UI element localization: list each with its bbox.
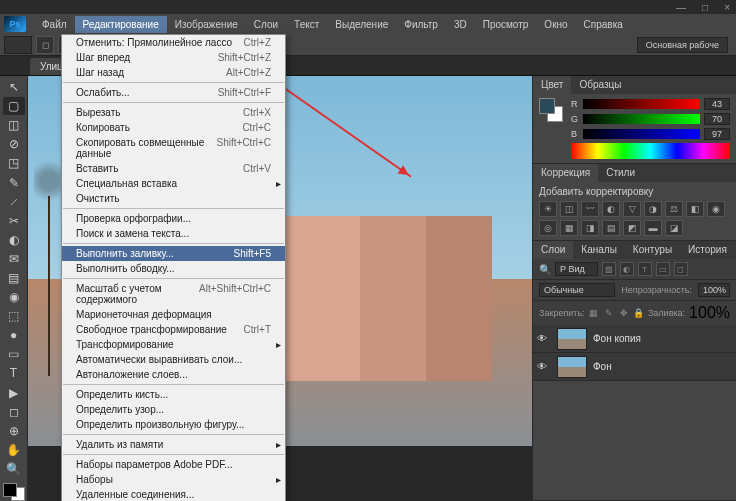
menu-item[interactable]: Определить кисть... bbox=[62, 387, 285, 402]
menu-item[interactable]: Удаленные соединения... bbox=[62, 487, 285, 501]
menu-item[interactable]: Марионеточная деформация bbox=[62, 307, 285, 322]
tool-10[interactable]: ▤ bbox=[3, 269, 25, 287]
tool-7[interactable]: ✂ bbox=[3, 212, 25, 230]
tool-15[interactable]: T bbox=[3, 364, 25, 382]
adj-invert-icon[interactable]: ◨ bbox=[581, 220, 599, 236]
tool-18[interactable]: ⊕ bbox=[3, 422, 25, 440]
color-swatches[interactable] bbox=[3, 483, 25, 501]
value-g[interactable]: 70 bbox=[704, 113, 730, 125]
menu-item[interactable]: Автоматически выравнивать слои... bbox=[62, 352, 285, 367]
tab-history[interactable]: История bbox=[680, 241, 735, 259]
adj-gradmap-icon[interactable]: ▬ bbox=[644, 220, 662, 236]
adj-bw-icon[interactable]: ◧ bbox=[686, 201, 704, 217]
tab-swatches[interactable]: Образцы bbox=[571, 76, 629, 94]
adj-levels-icon[interactable]: ◫ bbox=[560, 201, 578, 217]
visibility-icon[interactable]: 👁 bbox=[537, 333, 551, 344]
menu-item[interactable]: Автоналожение слоев... bbox=[62, 367, 285, 382]
menu-item[interactable]: Очистить bbox=[62, 191, 285, 206]
adj-hue-icon[interactable]: ◑ bbox=[644, 201, 662, 217]
visibility-icon[interactable]: 👁 bbox=[537, 361, 551, 372]
adj-threshold-icon[interactable]: ◩ bbox=[623, 220, 641, 236]
tool-3[interactable]: ⊘ bbox=[3, 135, 25, 153]
menubar-item-0[interactable]: Файл bbox=[34, 16, 75, 33]
tab-layers[interactable]: Слои bbox=[533, 241, 573, 259]
tool-9[interactable]: ✉ bbox=[3, 250, 25, 268]
value-b[interactable]: 97 bbox=[704, 128, 730, 140]
value-r[interactable]: 43 bbox=[704, 98, 730, 110]
tool-preset-picker[interactable] bbox=[4, 36, 32, 54]
tab-styles[interactable]: Стили bbox=[598, 164, 643, 182]
slider-b[interactable] bbox=[583, 129, 700, 139]
layer-filter-icon[interactable]: 🔍 bbox=[539, 264, 551, 275]
adj-photo-icon[interactable]: ◉ bbox=[707, 201, 725, 217]
layer-thumb[interactable] bbox=[557, 356, 587, 378]
tool-12[interactable]: ⬚ bbox=[3, 307, 25, 325]
menu-item[interactable]: Выполнить обводку... bbox=[62, 261, 285, 276]
menubar-item-10[interactable]: Справка bbox=[576, 16, 631, 33]
menu-item[interactable]: Поиск и замена текста... bbox=[62, 226, 285, 241]
tool-11[interactable]: ◉ bbox=[3, 288, 25, 306]
blend-mode-dropdown[interactable]: Обычные bbox=[539, 283, 615, 297]
adj-vibrance-icon[interactable]: ▽ bbox=[623, 201, 641, 217]
adj-exposure-icon[interactable]: ◐ bbox=[602, 201, 620, 217]
color-swatch[interactable] bbox=[539, 98, 563, 122]
menu-item[interactable]: Наборы параметров Adobe PDF... bbox=[62, 457, 285, 472]
lock-trans-icon[interactable]: ▦ bbox=[589, 306, 600, 320]
tool-20[interactable]: 🔍 bbox=[3, 460, 25, 478]
tab-color[interactable]: Цвет bbox=[533, 76, 571, 94]
menu-item[interactable]: Специальная вставка bbox=[62, 176, 285, 191]
menubar-item-3[interactable]: Слои bbox=[246, 16, 286, 33]
tool-0[interactable]: ↖ bbox=[3, 78, 25, 96]
adj-poster-icon[interactable]: ▤ bbox=[602, 220, 620, 236]
layer-row[interactable]: 👁Фон bbox=[533, 353, 736, 381]
filter-smart-icon[interactable]: ◻ bbox=[674, 262, 688, 276]
menu-item[interactable]: Определить узор... bbox=[62, 402, 285, 417]
adj-lookup-icon[interactable]: ▦ bbox=[560, 220, 578, 236]
fill-value[interactable]: 100% bbox=[689, 304, 730, 322]
filter-type-icon[interactable]: T bbox=[638, 262, 652, 276]
lock-pixels-icon[interactable]: ✎ bbox=[603, 306, 614, 320]
menu-item[interactable]: ВставитьCtrl+V bbox=[62, 161, 285, 176]
tool-19[interactable]: ✋ bbox=[3, 441, 25, 459]
slider-r[interactable] bbox=[583, 99, 700, 109]
menubar-item-5[interactable]: Выделение bbox=[327, 16, 396, 33]
layer-row[interactable]: 👁Фон копия bbox=[533, 325, 736, 353]
layer-thumb[interactable] bbox=[557, 328, 587, 350]
layer-filter-kind[interactable]: Р Вид bbox=[555, 262, 598, 276]
adj-curves-icon[interactable]: 〰 bbox=[581, 201, 599, 217]
selection-new-icon[interactable]: ◻ bbox=[36, 36, 54, 54]
menu-item[interactable]: Выполнить заливку...Shift+F5 bbox=[62, 246, 285, 261]
menu-item[interactable]: Проверка орфографии... bbox=[62, 211, 285, 226]
menubar-item-8[interactable]: Просмотр bbox=[475, 16, 537, 33]
menu-item[interactable]: Отменить: Прямолинейное лассоCtrl+Z bbox=[62, 35, 285, 50]
menu-item[interactable]: Свободное трансформированиеCtrl+T bbox=[62, 322, 285, 337]
tool-16[interactable]: ▶ bbox=[3, 384, 25, 402]
filter-shape-icon[interactable]: ▭ bbox=[656, 262, 670, 276]
menu-item[interactable]: Ослабить...Shift+Ctrl+F bbox=[62, 85, 285, 100]
minimize-button[interactable]: — bbox=[676, 2, 686, 13]
tool-5[interactable]: ✎ bbox=[3, 173, 25, 191]
tool-2[interactable]: ◫ bbox=[3, 116, 25, 134]
tool-4[interactable]: ◳ bbox=[3, 154, 25, 172]
slider-g[interactable] bbox=[583, 114, 700, 124]
menu-item[interactable]: Определить произвольную фигуру... bbox=[62, 417, 285, 432]
menu-item[interactable]: Наборы bbox=[62, 472, 285, 487]
menu-item[interactable]: Удалить из памяти bbox=[62, 437, 285, 452]
tool-8[interactable]: ◐ bbox=[3, 231, 25, 249]
tab-adjustments[interactable]: Коррекция bbox=[533, 164, 598, 182]
adj-selective-icon[interactable]: ◪ bbox=[665, 220, 683, 236]
tool-14[interactable]: ▭ bbox=[3, 345, 25, 363]
menu-item[interactable]: Шаг назадAlt+Ctrl+Z bbox=[62, 65, 285, 80]
adj-mixer-icon[interactable]: ◎ bbox=[539, 220, 557, 236]
menu-item[interactable]: КопироватьCtrl+C bbox=[62, 120, 285, 135]
menubar-item-6[interactable]: Фильтр bbox=[396, 16, 446, 33]
menubar-item-2[interactable]: Изображение bbox=[167, 16, 246, 33]
filter-pixel-icon[interactable]: ▧ bbox=[602, 262, 616, 276]
menubar-item-9[interactable]: Окно bbox=[536, 16, 575, 33]
tool-1[interactable]: ▢ bbox=[3, 97, 25, 115]
menu-item[interactable]: ВырезатьCtrl+X bbox=[62, 105, 285, 120]
filter-adj-icon[interactable]: ◐ bbox=[620, 262, 634, 276]
menu-item[interactable]: Шаг впередShift+Ctrl+Z bbox=[62, 50, 285, 65]
menubar-item-7[interactable]: 3D bbox=[446, 16, 475, 33]
tool-6[interactable]: ⟋ bbox=[3, 193, 25, 211]
